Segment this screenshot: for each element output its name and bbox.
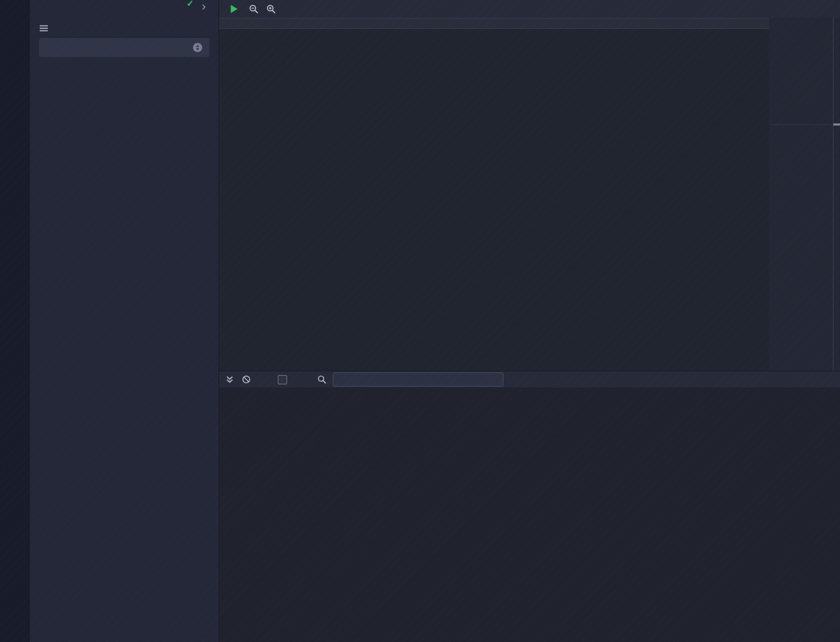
- editor-zoom-in-button[interactable]: [266, 4, 276, 14]
- tab-bar: [219, 0, 840, 18]
- clear-console-ban-icon[interactable]: [242, 375, 251, 384]
- terminal-collapse-icon[interactable]: [226, 376, 234, 384]
- listen-transactions-checkbox[interactable]: [278, 375, 287, 384]
- scrollbar-marker[interactable]: [833, 123, 840, 126]
- current-line-highlight: [219, 18, 769, 29]
- search-icon: [318, 375, 326, 384]
- terminal-output[interactable]: [219, 388, 840, 642]
- workspaces-menu-icon[interactable]: [39, 24, 48, 32]
- editor-region: [219, 0, 840, 642]
- file-explorer-panel: ✓: [30, 0, 219, 642]
- overview-ruler-line: [771, 124, 833, 125]
- editor-zoom-out-button[interactable]: [249, 4, 258, 14]
- activity-bar: [0, 0, 30, 642]
- workspace-select[interactable]: [39, 38, 209, 57]
- minimap-zone: [769, 18, 840, 371]
- run-script-play-button[interactable]: [230, 4, 238, 14]
- code-editor[interactable]: [219, 18, 840, 371]
- workspace-stepper-icon[interactable]: [192, 42, 203, 53]
- terminal-toolbar: [219, 371, 840, 388]
- collapse-panel-chevron-icon[interactable]: [201, 4, 207, 10]
- overview-ruler-border: [833, 18, 833, 371]
- transaction-search-input[interactable]: [333, 372, 503, 387]
